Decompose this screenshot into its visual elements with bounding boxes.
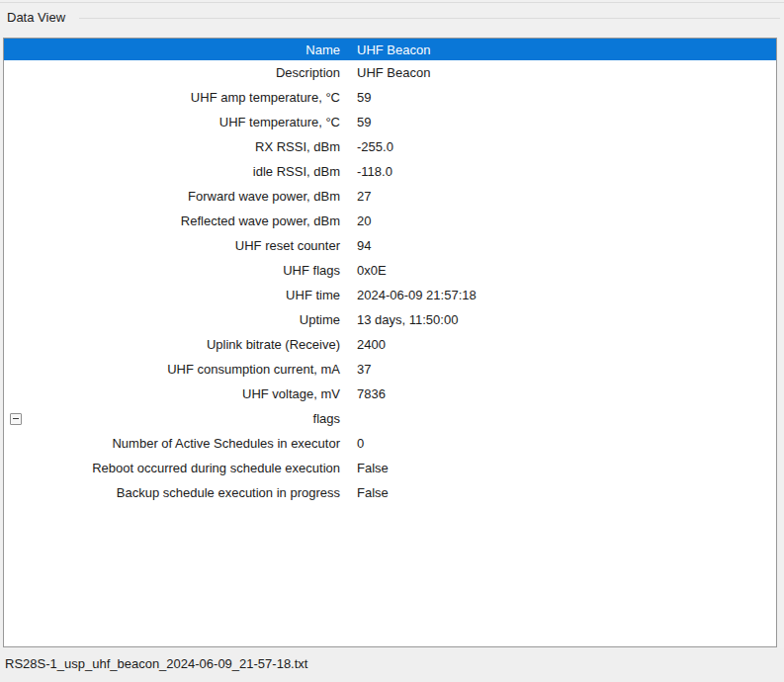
table-body: Description UHF Beacon UHF amp temperatu… [4, 60, 776, 505]
row-label: idle RSSI, dBm [4, 164, 353, 179]
row-value: 2024-06-09 21:57:18 [353, 288, 776, 302]
table-row[interactable]: UHF time 2024-06-09 21:57:18 [4, 283, 776, 307]
table-row[interactable]: Reboot occurred during schedule executio… [4, 456, 776, 480]
row-label: Uplink bitrate (Receive) [4, 337, 353, 352]
row-value: 2400 [353, 337, 776, 352]
collapse-toggle-icon[interactable] [10, 413, 22, 425]
row-label: UHF voltage, mV [4, 386, 353, 401]
row-label: UHF consumption current, mA [4, 362, 353, 377]
row-label: Forward wave power, dBm [4, 189, 353, 204]
status-filename: RS28S-1_usp_uhf_beacon_2024-06-09_21-57-… [5, 656, 307, 671]
table-row[interactable]: Uptime 13 days, 11:50:00 [4, 307, 776, 332]
row-label: UHF flags [4, 263, 353, 278]
row-value: 13 days, 11:50:00 [353, 312, 776, 327]
table-row[interactable]: UHF flags 0x0E [4, 258, 776, 283]
row-value: 7836 [353, 386, 776, 401]
table-row[interactable]: UHF consumption current, mA 37 [4, 357, 776, 382]
row-label: Reflected wave power, dBm [4, 213, 353, 228]
row-value: 94 [353, 238, 776, 253]
table-row[interactable]: Number of Active Schedules in executor 0 [4, 431, 776, 456]
row-label: Number of Active Schedules in executor [4, 436, 353, 451]
row-label: flags [4, 411, 353, 426]
row-label: Uptime [4, 312, 353, 327]
panel-title: Data View [7, 10, 71, 25]
window-top-divider [0, 2, 784, 3]
table-row[interactable]: idle RSSI, dBm -118.0 [4, 159, 776, 184]
table-row[interactable]: Backup schedule execution in progress Fa… [4, 480, 776, 505]
table-row[interactable]: UHF voltage, mV 7836 [4, 382, 776, 406]
row-value: 20 [353, 213, 776, 228]
header-value-cell[interactable]: UHF Beacon [353, 43, 776, 57]
row-label: UHF time [4, 288, 353, 302]
row-label: Reboot occurred during schedule executio… [4, 461, 353, 475]
header-name-cell[interactable]: Name [4, 43, 353, 57]
table-row[interactable]: UHF amp temperature, °C 59 [4, 85, 776, 110]
data-view-table: Name UHF Beacon Description UHF Beacon U… [3, 38, 777, 647]
table-row[interactable]: UHF temperature, °C 59 [4, 110, 776, 134]
table-row[interactable]: RX RSSI, dBm -255.0 [4, 134, 776, 159]
row-value: False [353, 461, 776, 475]
table-row[interactable]: UHF reset counter 94 [4, 233, 776, 258]
row-label: Description [4, 65, 353, 80]
table-row[interactable]: Description UHF Beacon [4, 60, 776, 85]
row-label: RX RSSI, dBm [4, 139, 353, 154]
row-value: 0x0E [353, 263, 776, 278]
status-bar: RS28S-1_usp_uhf_beacon_2024-06-09_21-57-… [0, 648, 784, 682]
row-label: Backup schedule execution in progress [4, 485, 353, 500]
row-label: UHF amp temperature, °C [4, 90, 353, 105]
row-value: -118.0 [353, 164, 776, 179]
table-row[interactable]: Forward wave power, dBm 27 [4, 184, 776, 209]
groupbox-border-line [79, 18, 780, 19]
row-value: UHF Beacon [353, 65, 776, 80]
row-value: 59 [353, 90, 776, 105]
row-value: 27 [353, 189, 776, 204]
table-header-row[interactable]: Name UHF Beacon [4, 39, 776, 60]
row-value: 0 [353, 436, 776, 451]
row-label: UHF reset counter [4, 238, 353, 253]
row-value: 59 [353, 115, 776, 129]
table-row[interactable]: Uplink bitrate (Receive) 2400 [4, 332, 776, 357]
row-value: 37 [353, 362, 776, 377]
row-label: UHF temperature, °C [4, 115, 353, 129]
row-value: False [353, 485, 776, 500]
row-value: -255.0 [353, 139, 776, 154]
table-row[interactable]: flags [4, 406, 776, 431]
table-row[interactable]: Reflected wave power, dBm 20 [4, 209, 776, 233]
